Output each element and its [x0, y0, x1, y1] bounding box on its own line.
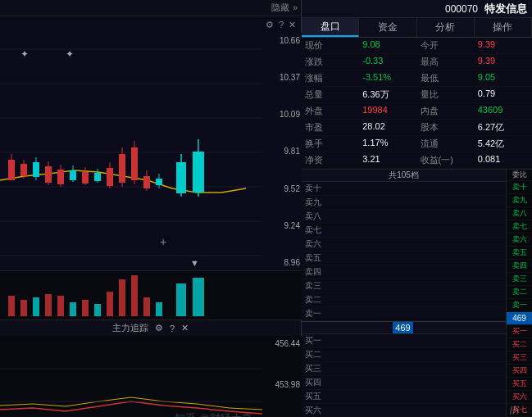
volume-chart: [0, 271, 262, 320]
value-xianjia: 9.08: [359, 38, 416, 54]
candlestick-chart: + ✦ ✦ ▼: [0, 33, 262, 270]
bid-label-1: 买一: [305, 335, 328, 347]
value-huanshou: 1.17%: [359, 136, 416, 152]
sub-chart: 456.44 453.98 451.53 知乎 @财经大亨: [0, 336, 302, 417]
label-liangbi: 量比: [417, 87, 475, 103]
ask-row-6: 卖六: [302, 238, 506, 252]
price-label-2: 10.37: [280, 73, 300, 82]
right-mai6b: 买六: [507, 391, 532, 404]
svg-text:✦: ✦: [20, 48, 29, 60]
bid-label-4: 买四: [305, 377, 328, 388]
svg-text:✦: ✦: [66, 48, 74, 60]
value-waipan: 19984: [359, 103, 416, 120]
svg-rect-46: [70, 302, 76, 316]
tab-zijin[interactable]: 资金: [359, 18, 416, 37]
svg-rect-54: [176, 283, 186, 316]
bottom-question-icon[interactable]: ?: [170, 324, 175, 333]
svg-rect-51: [131, 275, 138, 316]
sub-price-1: 456.44: [275, 339, 300, 348]
bid-label-3: 买三: [305, 363, 328, 374]
right-labels-col: 委比 卖十 卖九 卖八 卖七 卖六 卖五 卖四 卖三 卖二 卖一 469 买一 …: [506, 170, 532, 417]
svg-rect-44: [45, 294, 52, 316]
bid-row-2: 买二: [302, 348, 506, 362]
bid-row-1: 买一: [302, 334, 506, 348]
svg-rect-55: [193, 278, 204, 316]
question-icon[interactable]: ?: [279, 20, 284, 29]
value-zuidi: 9.05: [475, 70, 532, 87]
ask-row-7: 卖七: [302, 224, 506, 238]
ask-label-10: 卖十: [305, 183, 328, 194]
svg-text:▼: ▼: [190, 258, 199, 268]
ask-label-8: 卖八: [305, 211, 328, 222]
vol-badge-row: 469: [302, 321, 506, 334]
ask-label-5: 卖五: [305, 252, 328, 264]
value-zuigao: 9.39: [475, 54, 532, 70]
right-mai9: 卖九: [507, 194, 532, 207]
corner-watermark: Ih: [509, 404, 519, 417]
label-zuidi: 最低: [417, 70, 475, 87]
bid-row-3: 买三: [302, 362, 506, 376]
label-huanshou: 换手: [302, 136, 359, 152]
label-jingzi: 净资: [302, 152, 359, 169]
bottom-toolbar: 主力追踪 ⚙ ? ✕: [0, 320, 301, 336]
svg-rect-50: [119, 279, 125, 316]
ask-row-2: 卖二: [302, 293, 506, 307]
right-mai3: 卖三: [507, 273, 532, 286]
right-mai3b: 买三: [507, 351, 532, 365]
label-shouyi: 收益(一): [417, 152, 475, 169]
label-jinkao: 今开: [417, 38, 475, 54]
main-force-label: 主力追踪: [112, 322, 148, 334]
price-label-3: 10.09: [280, 110, 300, 119]
close-icon[interactable]: ✕: [289, 20, 296, 30]
right-mai1b: 买一: [507, 325, 532, 338]
order-book: 共105档 卖十 卖九 卖八 卖七: [302, 170, 532, 417]
svg-rect-43: [33, 297, 39, 316]
svg-text:+: +: [160, 235, 166, 248]
value-zhangfu: -3.51%: [359, 70, 416, 87]
label-guben: 股本: [417, 120, 475, 136]
bottom-close-icon[interactable]: ✕: [181, 323, 189, 333]
value-guben: 6.27亿: [475, 120, 532, 136]
ask-label-2: 卖二: [305, 294, 328, 306]
right-mai2: 卖二: [507, 286, 532, 299]
label-xianjia: 现价: [302, 38, 359, 54]
bid-row-6: 买六: [302, 404, 506, 417]
right-vol-badge: 469: [507, 312, 532, 325]
label-zuigao: 最高: [417, 54, 475, 70]
tab-fenxi[interactable]: 分析: [417, 18, 475, 37]
hide-label[interactable]: 隐藏: [271, 2, 289, 14]
ask-row-3: 卖三: [302, 279, 506, 293]
gear-icon[interactable]: ⚙: [266, 20, 274, 30]
svg-rect-49: [107, 292, 113, 316]
chart-toolbar: ⚙ ? ✕: [0, 16, 301, 33]
value-liutong: 5.42亿: [475, 136, 532, 152]
stock-name: 特发信息: [484, 2, 527, 16]
bottom-gear-icon[interactable]: ⚙: [155, 323, 163, 333]
value-shiying: 28.02: [359, 120, 416, 136]
bid-label-6: 买六: [305, 405, 328, 416]
tab-pankou[interactable]: 盘口: [302, 18, 359, 37]
ask-label-3: 卖三: [305, 280, 328, 292]
tab-caozuo[interactable]: 操作: [475, 18, 532, 37]
bid-label-2: 买二: [305, 349, 328, 360]
value-neipan: 43609: [475, 103, 532, 120]
ask-row-9: 卖九: [302, 196, 506, 210]
price-label-1: 10.66: [280, 36, 300, 45]
shared-label: 共105档: [389, 170, 419, 181]
ask-row-1: 卖一: [302, 307, 506, 321]
right-mai4b: 买四: [507, 365, 532, 378]
label-shiying: 市盈: [302, 120, 359, 136]
stock-header: 000070 特发信息: [302, 0, 532, 18]
svg-rect-48: [94, 304, 101, 316]
sub-price-2: 453.98: [275, 380, 300, 389]
right-mai6: 卖六: [507, 233, 532, 247]
price-label-4: 9.81: [280, 147, 300, 156]
left-panel: 隐藏 » ⚙ ? ✕ 10.66 10.37 10.09 9.81 9.52 9…: [0, 0, 302, 417]
label-liutong: 流通: [417, 136, 475, 152]
right-panel: 000070 特发信息 盘口 资金 分析 操作 现价 9.08 今开 9.39 …: [302, 0, 532, 417]
value-jinkao: 9.39: [475, 38, 532, 54]
ask-row-4: 卖四: [302, 265, 506, 279]
price-label-7: 8.96: [280, 258, 300, 267]
stock-code: 000070: [445, 3, 478, 15]
ask-row-8: 卖八: [302, 210, 506, 224]
